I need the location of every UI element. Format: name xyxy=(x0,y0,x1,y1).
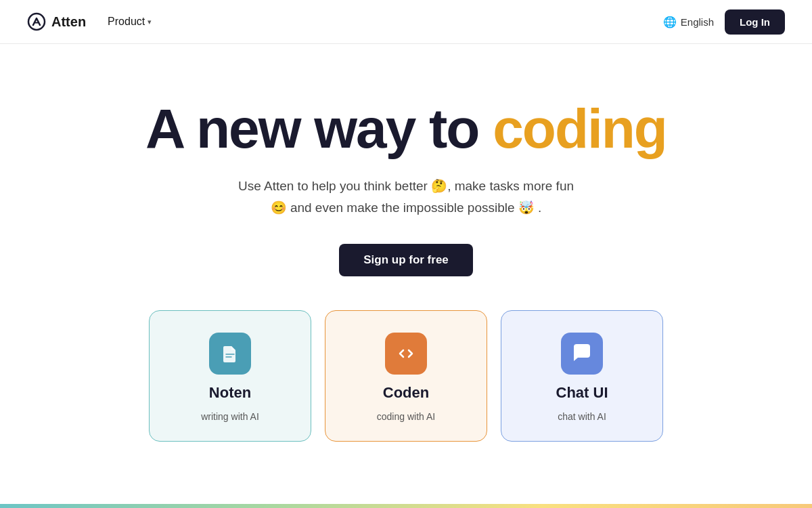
navbar-left: Atten Product ▾ xyxy=(27,12,152,31)
hero-section: A new way to coding Use Atten to help yo… xyxy=(0,44,812,442)
hero-title: A new way to coding xyxy=(145,98,667,159)
logo[interactable]: Atten xyxy=(27,12,86,31)
coden-icon-bg xyxy=(385,333,427,375)
chevron-down-icon: ▾ xyxy=(148,18,152,26)
chat-icon xyxy=(570,341,594,366)
language-label: English xyxy=(681,16,714,28)
document-icon xyxy=(219,342,242,365)
globe-icon: 🌐 xyxy=(663,16,677,28)
navbar: Atten Product ▾ 🌐 English Log In xyxy=(0,0,812,44)
product-menu[interactable]: Product ▾ xyxy=(108,16,152,28)
noten-icon-bg xyxy=(209,333,251,375)
hero-subtitle-line1: Use Atten to help you think better 🤔, ma… xyxy=(238,179,574,193)
coden-card-name: Coden xyxy=(383,384,429,402)
hero-subtitle: Use Atten to help you think better 🤔, ma… xyxy=(238,175,574,219)
code-icon xyxy=(394,342,418,365)
footer-gradient-bar xyxy=(0,504,812,508)
navbar-right: 🌐 English Log In xyxy=(663,9,785,35)
chatui-card-name: Chat UI xyxy=(556,384,608,402)
card-noten[interactable]: Noten writing with AI xyxy=(149,310,311,442)
card-coden[interactable]: Coden coding with AI xyxy=(325,310,487,442)
login-button[interactable]: Log In xyxy=(725,9,785,35)
coden-card-desc: coding with AI xyxy=(377,411,435,422)
noten-card-desc: writing with AI xyxy=(201,411,259,422)
product-label: Product xyxy=(108,16,145,28)
card-chatui[interactable]: Chat UI chat with AI xyxy=(501,310,663,442)
logo-icon xyxy=(27,12,46,31)
hero-subtitle-line2: 😊 and even make the impossible possible … xyxy=(271,200,542,215)
signup-button[interactable]: Sign up for free xyxy=(339,244,473,276)
hero-title-accent: coding xyxy=(493,98,667,159)
chatui-card-desc: chat with AI xyxy=(558,411,606,422)
svg-point-0 xyxy=(28,14,45,30)
cards-row: Noten writing with AI Coden coding with … xyxy=(122,310,690,442)
language-button[interactable]: 🌐 English xyxy=(663,16,714,28)
hero-title-part1: A new way to xyxy=(145,98,493,159)
noten-card-name: Noten xyxy=(209,384,251,402)
logo-text: Atten xyxy=(51,14,86,30)
chatui-icon-bg xyxy=(561,333,603,375)
